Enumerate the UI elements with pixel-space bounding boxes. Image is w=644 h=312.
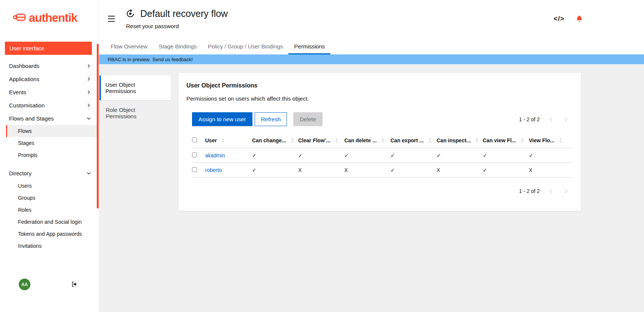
content-area: User Object Permissions Role Object Perm… <box>99 64 644 312</box>
permission-cell: ✓ <box>298 148 344 163</box>
permission-cell: ✓ <box>529 148 572 163</box>
chevron-down-icon <box>87 171 91 175</box>
sort-icon <box>221 138 225 143</box>
permission-cell: X <box>529 163 572 178</box>
sidebar-item-directory[interactable]: Directory <box>0 167 99 180</box>
pagination-label: 1 - 2 of 2 <box>519 188 540 194</box>
sidebar-item-invitations[interactable]: Invitations <box>6 240 99 252</box>
sidebar-item-customisation[interactable]: Customisation <box>0 99 99 112</box>
sidebar-scrollbar[interactable] <box>97 44 99 208</box>
sort-icon <box>521 138 524 143</box>
sidebar-item-label: Events <box>9 89 26 95</box>
tab-policy-group-user-bindings[interactable]: Policy / Group / User Bindings <box>202 40 288 54</box>
page-title: Default recovery flow <box>140 8 228 19</box>
sidebar-item-prompts[interactable]: Prompts <box>6 149 99 161</box>
tab-permissions[interactable]: Permissions <box>288 40 330 54</box>
pagination-prev-icon[interactable] <box>549 188 554 194</box>
sidebar: authentik User interface Dashboards Appl… <box>0 0 99 312</box>
select-all-cell <box>192 133 205 148</box>
user-link[interactable]: akadmin <box>205 152 225 158</box>
permission-cell: ✓ <box>390 163 437 178</box>
user-link[interactable]: roberto <box>205 167 222 173</box>
card-heading: User Object Permissions <box>186 82 572 89</box>
sidebar-item-dashboards[interactable]: Dashboards <box>0 59 99 72</box>
sidebar-item-users[interactable]: Users <box>6 180 99 192</box>
sidebar-item-federation[interactable]: Federation and Social login <box>6 216 99 228</box>
permission-cell: ✓ <box>483 163 529 178</box>
row-checkbox[interactable] <box>192 167 197 172</box>
assign-to-new-user-button[interactable]: Assign to new user <box>192 112 252 126</box>
toolbar: Assign to new user Refresh Delete 1 - 2 … <box>192 112 572 126</box>
column-header-view-flow[interactable]: View Flo... <box>529 133 572 148</box>
tab-role-object-permissions[interactable]: Role Object Permissions <box>99 100 171 125</box>
delete-button[interactable]: Delete <box>293 112 322 126</box>
table-row: akadmin ✓ ✓ ✓ ✓ ✓ ✓ ✓ <box>192 148 572 163</box>
pagination-next-icon[interactable] <box>563 188 568 194</box>
column-header-can-delete[interactable]: Can delete ... <box>344 133 390 148</box>
row-checkbox[interactable] <box>192 152 197 157</box>
topbar-icons: </> <box>554 15 583 23</box>
rbac-preview-banner: RBAC is in preview. Send us feedback! <box>99 54 644 64</box>
flow-tabs: Flow Overview Stage Bindings Policy / Gr… <box>99 40 644 54</box>
hamburger-menu-icon[interactable] <box>108 16 115 24</box>
sidebar-item-applications[interactable]: Applications <box>0 72 99 86</box>
sidebar-item-flows[interactable]: Flows <box>6 125 99 137</box>
sort-icon <box>475 138 479 143</box>
tab-stage-bindings[interactable]: Stage Bindings <box>153 40 202 54</box>
flow-icon <box>126 9 135 18</box>
sidebar-item-events[interactable]: Events <box>0 86 99 99</box>
tab-user-object-permissions[interactable]: User Object Permissions <box>99 75 171 100</box>
sidebar-section-gap <box>0 161 99 167</box>
card-inner: Assign to new user Refresh Delete 1 - 2 … <box>192 112 572 194</box>
sort-icon <box>428 138 432 143</box>
permission-cell: ✓ <box>252 163 298 178</box>
chevron-right-icon <box>87 90 91 94</box>
sidebar-footer: AA <box>0 279 99 291</box>
notifications-bell-icon[interactable] <box>576 15 583 23</box>
pagination-label: 1 - 2 of 2 <box>519 116 540 122</box>
sort-icon <box>335 138 338 143</box>
sidebar-item-label: Dashboards <box>9 63 39 69</box>
permission-cell: ✓ <box>344 148 390 163</box>
sidebar-item-stages[interactable]: Stages <box>6 137 99 149</box>
permission-cell: X <box>437 163 483 178</box>
column-header-can-view[interactable]: Can view Fl... <box>483 133 529 148</box>
sidebar-item-label: Directory <box>9 170 32 176</box>
permissions-table: User Can change... Clear Flow'... Can de… <box>192 133 572 178</box>
table-row: roberto ✓ X X ✓ X ✓ X <box>192 163 572 178</box>
feedback-link[interactable]: Send us feedback! <box>152 57 193 62</box>
pagination-prev-icon[interactable] <box>549 117 554 122</box>
refresh-button[interactable]: Refresh <box>255 112 287 126</box>
page-header: Default recovery flow Reset your passwor… <box>99 0 644 40</box>
sidebar-item-tokens[interactable]: Tokens and App passwords <box>6 228 99 240</box>
authentik-logo-icon <box>13 13 26 23</box>
pagination-bottom: 1 - 2 of 2 <box>192 188 572 194</box>
sort-icon <box>559 138 562 143</box>
sidebar-item-user-interface[interactable]: User interface <box>5 42 92 55</box>
column-header-can-change[interactable]: Can change... <box>252 133 298 148</box>
column-header-user[interactable]: User <box>205 133 252 148</box>
avatar[interactable]: AA <box>19 279 30 290</box>
row-select-cell <box>192 148 205 163</box>
sidebar-item-roles[interactable]: Roles <box>6 204 99 216</box>
sidebar-item-groups[interactable]: Groups <box>6 192 99 204</box>
app-root: authentik User interface Dashboards Appl… <box>0 0 644 312</box>
logout-icon[interactable] <box>71 281 78 288</box>
user-cell: roberto <box>205 163 252 178</box>
table-header-row: User Can change... Clear Flow'... Can de… <box>192 133 572 148</box>
permission-cell: X <box>298 163 344 178</box>
sidebar-item-flows-and-stages[interactable]: Flows and Stages <box>0 112 99 125</box>
chevron-down-icon <box>87 116 91 121</box>
permission-cell: ✓ <box>437 148 483 163</box>
select-all-checkbox[interactable] <box>192 137 197 142</box>
column-header-can-inspect[interactable]: Can inspect... <box>437 133 483 148</box>
authentik-logo-text: authentik <box>29 11 77 25</box>
api-code-icon[interactable]: </> <box>554 15 564 23</box>
pagination-next-icon[interactable] <box>563 117 568 122</box>
permission-cell: ✓ <box>252 148 298 163</box>
authentik-logo[interactable]: authentik <box>0 0 99 25</box>
column-header-clear-flow[interactable]: Clear Flow'... <box>298 133 344 148</box>
column-header-can-export[interactable]: Can export ... <box>390 133 437 148</box>
user-object-permissions-card: User Object Permissions Permissions set … <box>179 73 581 211</box>
tab-flow-overview[interactable]: Flow Overview <box>105 40 153 54</box>
